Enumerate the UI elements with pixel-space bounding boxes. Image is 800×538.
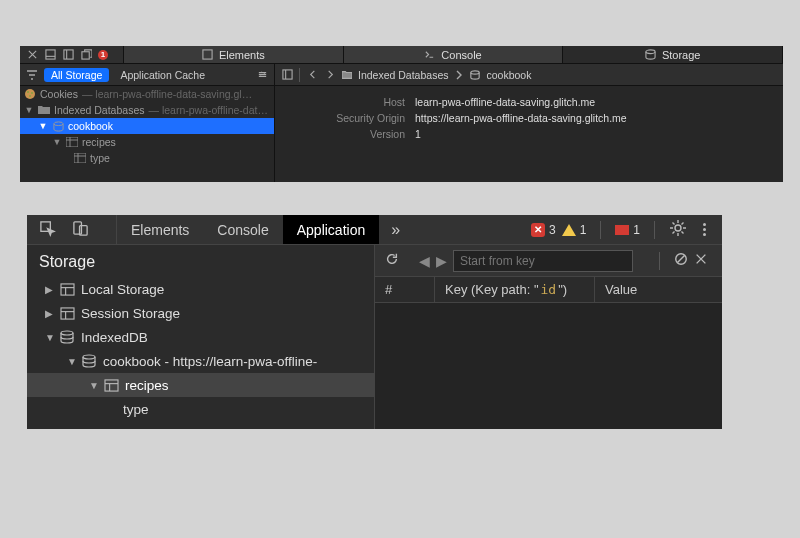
- start-key-input[interactable]: [453, 250, 633, 272]
- tree-cookies[interactable]: Cookies — learn-pwa-offline-data-saving.…: [20, 86, 274, 102]
- cookie-icon: [24, 88, 36, 100]
- tab-application[interactable]: Application: [283, 215, 380, 244]
- detail-host: Host learn-pwa-offline-data-saving.glitc…: [275, 94, 783, 110]
- tree-cookies-label: Cookies: [40, 88, 78, 100]
- sidebar-item-local-storage[interactable]: ▶ Local Storage: [27, 277, 374, 301]
- sidebar-item-indexeddb[interactable]: ▼ IndexedDB: [27, 325, 374, 349]
- settings-icon[interactable]: [256, 69, 268, 81]
- disclosure-triangle-icon[interactable]: ▼: [67, 356, 75, 367]
- table-icon: [66, 136, 78, 148]
- tab-console[interactable]: Console: [344, 46, 564, 63]
- sidebar-session-label: Session Storage: [81, 306, 180, 321]
- clear-icon[interactable]: [674, 252, 688, 269]
- warnings-badge[interactable]: 1: [562, 223, 587, 237]
- svg-point-32: [83, 355, 95, 359]
- sidebar-idb-label: IndexedDB: [81, 330, 148, 345]
- svg-point-10: [25, 89, 35, 99]
- column-key-pre: Key (Key path: ": [445, 282, 539, 297]
- column-value-label: Value: [605, 282, 637, 297]
- tab-console-label: Console: [441, 49, 481, 61]
- tab-elements[interactable]: Elements: [124, 46, 344, 63]
- chrome-action-bar: ◀ ▶: [375, 245, 722, 277]
- tree-index-type[interactable]: type: [20, 150, 274, 166]
- breadcrumb: Indexed Databases cookbook: [342, 69, 531, 81]
- disclosure-triangle-icon[interactable]: ▼: [24, 105, 34, 115]
- dock-side-icon[interactable]: [62, 49, 74, 61]
- sidebar-index-label: type: [123, 402, 149, 417]
- tab-elements[interactable]: Elements: [117, 215, 203, 244]
- safari-filter-bar: All Storage Application Cache: [20, 64, 275, 85]
- disclosure-triangle-icon[interactable]: ▶: [45, 284, 53, 295]
- filter-all-storage[interactable]: All Storage: [44, 68, 109, 82]
- folder-icon: [342, 70, 352, 80]
- sidebar-item-index-type[interactable]: type: [27, 397, 374, 421]
- disclosure-triangle-icon[interactable]: ▼: [52, 137, 62, 147]
- tree-store-recipes[interactable]: ▼ recipes: [20, 134, 274, 150]
- error-badge[interactable]: 1: [98, 50, 108, 60]
- delete-icon[interactable]: [694, 252, 708, 269]
- device-icon[interactable]: [72, 220, 89, 240]
- issues-badge[interactable]: 1: [615, 223, 640, 237]
- gear-icon[interactable]: [669, 219, 687, 240]
- column-value[interactable]: Value: [595, 277, 722, 302]
- spacer: [412, 215, 531, 244]
- close-icon[interactable]: [26, 49, 38, 61]
- tabs-overflow-icon[interactable]: »: [379, 215, 412, 244]
- refresh-icon[interactable]: [385, 252, 399, 269]
- database-icon: [81, 353, 97, 369]
- errors-count: 3: [549, 223, 556, 237]
- detail-version-key: Version: [275, 128, 405, 140]
- tab-application-label: Application: [297, 222, 366, 238]
- chrome-tab-bar: Elements Console Application » ✕3 1 1: [27, 215, 722, 245]
- nav-forward-icon[interactable]: [324, 69, 336, 81]
- error-icon: ✕: [531, 223, 545, 237]
- nav-back-icon[interactable]: [306, 69, 318, 81]
- svg-rect-18: [74, 153, 86, 163]
- tree-db-label: cookbook: [68, 120, 113, 132]
- filter-app-cache[interactable]: Application Cache: [113, 68, 212, 82]
- column-index[interactable]: #: [375, 277, 435, 302]
- svg-point-24: [675, 225, 681, 231]
- more-menu-icon[interactable]: [693, 223, 716, 236]
- tab-storage[interactable]: Storage: [563, 46, 783, 63]
- chrome-tab-icons: [27, 215, 117, 244]
- svg-rect-22: [74, 221, 82, 233]
- disclosure-triangle-icon[interactable]: ▼: [89, 380, 97, 391]
- table-icon: [103, 377, 119, 393]
- inspect-icon[interactable]: [39, 220, 56, 240]
- dock-icon[interactable]: [44, 49, 56, 61]
- chrome-body: Storage ▶ Local Storage ▶ Session Storag…: [27, 245, 722, 429]
- breadcrumb-item-2[interactable]: cookbook: [486, 69, 531, 81]
- detail-origin-value: https://learn-pwa-offline-data-saving.gl…: [415, 112, 627, 124]
- prev-page-icon[interactable]: ◀: [419, 253, 430, 269]
- tab-elements-label: Elements: [219, 49, 265, 61]
- svg-rect-2: [63, 50, 72, 59]
- chevron-right-icon: [454, 70, 464, 80]
- tree-database-cookbook[interactable]: ▼ cookbook: [20, 118, 274, 134]
- chrome-status-badges: ✕3 1 1: [531, 215, 722, 244]
- sidebar-item-session-storage[interactable]: ▶ Session Storage: [27, 301, 374, 325]
- column-index-label: #: [385, 282, 392, 297]
- svg-point-31: [61, 331, 73, 335]
- sidebar-toggle-icon[interactable]: [281, 69, 293, 81]
- table-icon: [74, 152, 86, 164]
- tree-indexed-databases[interactable]: ▼ Indexed Databases — learn-pwa-offline-…: [20, 102, 274, 118]
- breadcrumb-item-1[interactable]: Indexed Databases: [358, 69, 448, 81]
- tree-store-label: recipes: [82, 136, 116, 148]
- sidebar-item-db-cookbook[interactable]: ▼ cookbook - https://learn-pwa-offline-: [27, 349, 374, 373]
- tab-console[interactable]: Console: [203, 215, 282, 244]
- next-page-icon[interactable]: ▶: [436, 253, 447, 269]
- disclosure-triangle-icon[interactable]: ▼: [45, 332, 53, 343]
- svg-rect-0: [45, 50, 54, 59]
- filter-icon[interactable]: [26, 69, 40, 81]
- svg-point-6: [646, 50, 655, 54]
- sidebar-item-store-recipes[interactable]: ▼ recipes: [27, 373, 374, 397]
- column-key[interactable]: Key (Key path: "id"): [435, 277, 595, 302]
- safari-devtools-window: 1 Elements Console Storage All Storage A…: [20, 46, 783, 182]
- disclosure-triangle-icon[interactable]: ▶: [45, 308, 53, 319]
- chrome-main: ◀ ▶ # Key (Key path: "id") Value: [375, 245, 722, 429]
- disclosure-triangle-icon[interactable]: ▼: [38, 121, 48, 131]
- svg-rect-25: [61, 283, 74, 294]
- popout-icon[interactable]: [80, 49, 92, 61]
- errors-badge[interactable]: ✕3: [531, 223, 556, 237]
